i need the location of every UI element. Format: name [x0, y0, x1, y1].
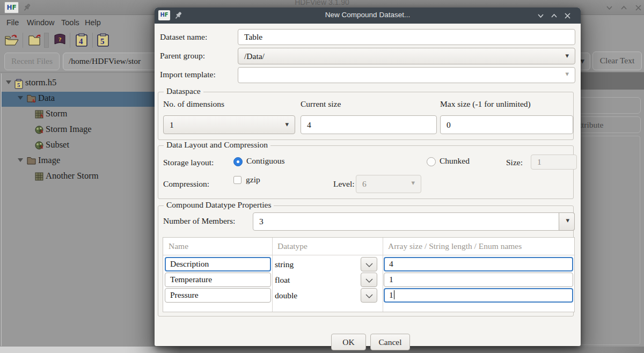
svg-text:5: 5 — [100, 37, 105, 46]
dataspace-legend: Dataspace — [164, 86, 203, 96]
members-label: Number of Members: — [163, 216, 235, 226]
size-label: Size: — [506, 158, 523, 167]
level-combobox: 6 ▾ — [356, 175, 421, 193]
close-file-icon[interactable] — [28, 33, 42, 47]
dataset-name-input[interactable]: Table — [238, 29, 575, 45]
dialog-titlebar[interactable]: HF New Compound Dataset... — [155, 8, 581, 24]
expander-icon[interactable] — [18, 96, 23, 100]
tree-item-subset[interactable]: A Subset — [2, 138, 156, 153]
gzip-checkbox[interactable] — [233, 176, 241, 184]
menu-file[interactable]: File — [4, 17, 21, 28]
menu-help[interactable]: Help — [83, 17, 103, 28]
new-compound-dataset-dialog: HF New Compound Dataset... Dataset name:… — [155, 8, 581, 346]
member-name-input[interactable]: Description — [165, 257, 271, 271]
members-combobox[interactable]: 3 ▾ — [253, 212, 575, 231]
svg-text:?: ? — [58, 36, 62, 42]
attribute-badge: A — [40, 113, 43, 119]
tree-item-data[interactable]: A Data — [2, 92, 156, 107]
chevron-down-icon[interactable]: ▾ — [580, 53, 584, 69]
chunked-radio[interactable] — [427, 157, 436, 166]
parent-group-combobox[interactable]: /Data/ ▾ — [238, 48, 575, 64]
open-file-icon[interactable] — [4, 33, 19, 47]
import-template-combobox[interactable]: ▾ — [238, 67, 575, 83]
dims-label: No. of dimensions — [163, 99, 224, 109]
minimize-icon[interactable] — [537, 12, 545, 20]
expander-icon[interactable] — [6, 80, 11, 84]
member-datatype-value: float — [275, 275, 290, 285]
member-datatype-value: double — [275, 291, 297, 300]
current-size-label: Current size — [301, 99, 341, 109]
dataspace-group: Dataspace No. of dimensions Current size… — [158, 92, 574, 140]
file-path-value: /home/HDFView/stor — [69, 56, 141, 65]
dataset-name-label: Dataset name: — [160, 32, 207, 42]
main-window-title: HDFView 3.1.90 — [0, 0, 644, 6]
attribute-badge: A — [32, 98, 35, 104]
dataset-icon — [35, 172, 43, 181]
minimize-icon[interactable] — [605, 4, 613, 12]
close-icon[interactable] — [564, 12, 572, 20]
member-size-input[interactable]: 1 — [384, 288, 573, 303]
datatype-dropdown-button[interactable] — [361, 273, 377, 287]
gzip-label: gzip — [246, 175, 260, 185]
chevron-down-icon: ▾ — [565, 67, 569, 82]
tree-item-another-storm[interactable]: Another Storm — [2, 170, 156, 185]
hdf5-file-icon[interactable]: 5 — [97, 33, 109, 47]
chevron-down-icon[interactable]: ▾ — [559, 212, 575, 231]
text-cursor — [394, 290, 394, 299]
storage-layout-label: Storage layout: — [163, 158, 214, 167]
level-label: Level: — [333, 179, 355, 189]
hdf5-file-icon: 5 — [14, 79, 23, 89]
maximize-icon[interactable] — [620, 4, 628, 12]
contiguous-radio[interactable] — [233, 157, 243, 166]
chevron-down-icon: ▾ — [565, 47, 569, 63]
svg-text:4: 4 — [79, 37, 83, 46]
dims-combobox[interactable]: 1 ▾ — [163, 115, 295, 134]
max-size-input[interactable]: 0 — [440, 115, 573, 134]
tree-item-storm-h5[interactable]: 5 storm.h5 — [2, 76, 156, 91]
cancel-button[interactable]: Cancel — [370, 334, 410, 350]
member-name-input[interactable]: Temperature — [165, 273, 271, 287]
layout-group: Data Layout and Compression Storage layo… — [158, 145, 574, 199]
chevron-down-icon: ▾ — [285, 115, 289, 133]
datatype-dropdown-button[interactable] — [361, 288, 377, 303]
contiguous-label: Contiguous — [246, 156, 284, 166]
import-template-label: Import template: — [160, 70, 216, 79]
hdf4-file-icon[interactable]: 4 — [75, 33, 88, 47]
tree-item-storm[interactable]: A Storm — [2, 107, 156, 122]
maximize-icon[interactable] — [550, 12, 558, 20]
recent-files-button[interactable]: Recent Files — [4, 53, 60, 70]
help-book-icon[interactable]: ? — [53, 33, 67, 47]
tree-item-image[interactable]: Image — [2, 154, 156, 169]
group-icon — [27, 157, 36, 165]
col-header-datatype: Datatype — [277, 241, 308, 251]
chunked-label: Chunked — [440, 156, 470, 166]
current-size-input[interactable]: 4 — [301, 115, 437, 134]
col-header-arraysize: Array size / String length / Enum names — [388, 241, 522, 251]
status-bar — [0, 347, 644, 353]
member-name-input[interactable]: Pressure — [165, 288, 271, 303]
chunk-size-input: 1 — [531, 155, 577, 170]
expander-icon[interactable] — [18, 158, 23, 162]
col-header-name: Name — [169, 241, 188, 251]
tree-item-storm-image[interactable]: A Storm Image — [2, 123, 156, 138]
member-size-input[interactable]: 4 — [384, 257, 573, 271]
parent-group-label: Parent group: — [160, 51, 205, 61]
datatype-dropdown-button[interactable] — [361, 257, 377, 271]
member-size-input[interactable]: 1 — [384, 273, 573, 287]
compound-legend: Compound Datatype Properties — [164, 200, 274, 210]
chevron-down-icon: ▾ — [411, 174, 415, 192]
menu-window[interactable]: Window — [25, 17, 57, 28]
svg-text:5: 5 — [17, 82, 20, 88]
compound-group: Compound Datatype Properties Number of M… — [158, 205, 574, 317]
ok-button[interactable]: OK — [331, 334, 366, 350]
layout-legend: Data Layout and Compression — [164, 140, 270, 150]
attribute-badge: A — [40, 144, 43, 150]
compression-label: Compression: — [163, 179, 209, 189]
members-table: Name Datatype Array size / String length… — [163, 237, 575, 312]
menu-tools[interactable]: Tools — [59, 17, 82, 28]
attribute-badge: A — [40, 129, 43, 134]
max-size-label: Max size (-1 for unlimited) — [440, 99, 531, 109]
clear-text-button[interactable]: Clear Text — [592, 52, 642, 70]
close-icon[interactable] — [634, 4, 642, 12]
dialog-title: New Compound Dataset... — [155, 11, 581, 19]
